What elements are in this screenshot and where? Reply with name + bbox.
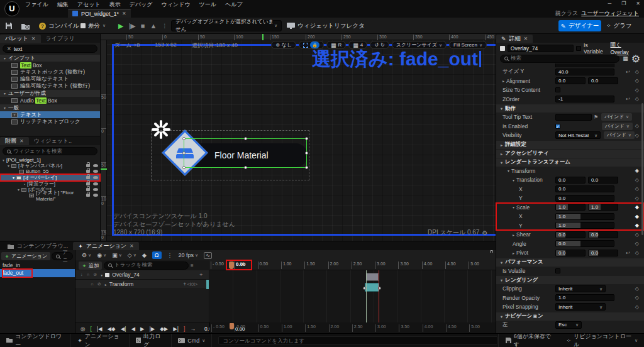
menu-edit[interactable]: 編集 (57, 1, 69, 9)
palette-section-common[interactable]: ▾ 一般 (0, 104, 100, 111)
tab-palette[interactable]: パレット ✕ (0, 35, 41, 43)
reset-icon[interactable]: ↩ (626, 96, 630, 102)
track-row-transform[interactable]: ∩ ⊘ ▸ Transform ◁◇▷ ＋ (75, 280, 209, 289)
pivot-x-input[interactable]: 0.0 (555, 250, 586, 256)
selection-lock-group[interactable]: 🔒 (299, 41, 324, 49)
add-track-button[interactable]: ＋ 追加 (79, 262, 102, 270)
animation-drawer-button[interactable]: ✦ アニメーション (71, 334, 130, 347)
range-end-bracket[interactable]: ] (184, 326, 185, 332)
play-options-icon[interactable]: ⋮ (162, 23, 167, 29)
tab-widget[interactable]: ウィジェット.. (29, 137, 77, 145)
section-advanced[interactable]: ▸詳細設定 (496, 141, 644, 149)
keyframe-icon[interactable]: ◇ (635, 78, 639, 84)
close-icon[interactable]: ✕ (19, 138, 24, 144)
keyframe-icon[interactable]: ◈ (635, 168, 639, 174)
tooltip-input[interactable] (555, 114, 592, 121)
add-animation-button[interactable]: ＋ アニメーション (1, 252, 50, 260)
range-start-bracket[interactable]: [ (90, 326, 91, 332)
translation-y-input[interactable]: 0.0 (588, 177, 618, 184)
palette-item-textbox[interactable]: Text Box (0, 62, 100, 69)
browse-content-button[interactable] (21, 18, 30, 34)
close-icon[interactable]: ✕ (524, 36, 528, 41)
palette-section-input[interactable]: ▾ インプット (0, 55, 100, 62)
scale-x-input[interactable]: 1.0 (555, 204, 586, 211)
designer-mode-button[interactable]: ✎ デザイナー (558, 20, 601, 31)
rotate-left-icon[interactable]: ↺ (374, 42, 379, 48)
expander-icon[interactable]: ▾ (8, 163, 9, 168)
size-to-content-checkbox[interactable] (555, 87, 560, 92)
reset-icon[interactable]: ↩ (626, 250, 630, 256)
tree-row-text[interactable]: T [テキスト] "Floor Material" (0, 192, 100, 198)
keyframe-icon[interactable]: ◇ (635, 177, 639, 183)
resize-handle[interactable] (182, 151, 186, 155)
resize-handle[interactable] (244, 137, 247, 140)
tooltip-bind-button[interactable]: バインド∨ (601, 113, 632, 121)
step-forward-button[interactable]: |▶ (149, 326, 155, 332)
menu-file[interactable]: ファイル (25, 1, 48, 9)
palette-item-audio-textbox[interactable]: Audio Text Box (0, 97, 100, 104)
keyframe-icon[interactable]: ◇ (635, 304, 639, 310)
grid-snap-button[interactable]: ▦ 4 (348, 41, 367, 49)
nav-left-dropdown[interactable]: Esc∨ (555, 321, 582, 329)
dpi-scale[interactable]: DPI スケール 0.67 ⚙ (428, 228, 487, 237)
is-enabled-checkbox[interactable]: ✓ (555, 124, 560, 129)
unsaved-button[interactable]: 6個が未保存です (498, 334, 560, 347)
maximize-button[interactable]: ❐ (621, 1, 626, 6)
transform-section-bar[interactable] (365, 283, 379, 292)
palette-item-text[interactable]: T テキスト (0, 111, 100, 118)
eye-icon[interactable] (93, 176, 98, 179)
prev-key-button[interactable]: ◀◆ (108, 326, 116, 332)
asset-tab[interactable]: POI_widget_1* ✕ (68, 9, 131, 18)
palette-item-multiline[interactable]: テキストボックス (複数行) (0, 69, 100, 75)
section-navigation[interactable]: ▾ナビゲーション (496, 312, 644, 321)
enabled-bind-button[interactable]: バインド∨ (602, 123, 633, 130)
play-button[interactable]: ▶ (140, 326, 145, 332)
keyframe-nav-icons[interactable]: ◁◇▷ (187, 282, 197, 287)
tab-library[interactable]: ライブラリ (41, 35, 80, 43)
animation-item-fade-out[interactable]: fade_out (0, 269, 75, 277)
resize-handle[interactable] (182, 137, 186, 140)
size-y-input[interactable]: 40.0 (555, 69, 614, 75)
lock-icon[interactable] (86, 182, 90, 185)
close-icon[interactable]: ✕ (130, 243, 134, 249)
expander-icon[interactable]: ▾ (13, 175, 14, 180)
translation-x-field[interactable]: 0.0 (555, 185, 614, 192)
playback-mode-icon[interactable]: → (190, 326, 196, 332)
menu-asset[interactable]: アセット (77, 1, 101, 9)
palette-item-editable-text-multi[interactable]: 編集可能なテキスト (複数行) (0, 82, 100, 89)
timeline-range-bar[interactable]: 0.00 - 0.500.000.501.001.502.002.503.003… (209, 322, 496, 334)
keyframe-icon[interactable]: ◇ (635, 250, 639, 256)
section-rendering[interactable]: ▾レンダリング (496, 276, 644, 284)
debug-object-dropdown[interactable]: デバッグオブジェクトが選択されていません ∨ (171, 20, 282, 31)
designer-viewport[interactable]: 50050100150200250300350400450 5005010015… (101, 34, 496, 241)
menu-window[interactable]: ウィンドウ (162, 1, 191, 9)
rotate-right-icon[interactable]: ↻ (380, 42, 385, 48)
fps-dropdown[interactable]: 20 fps∨ (179, 252, 199, 258)
section-render-transform[interactable]: ▾レンダートランスフォーム (496, 158, 644, 167)
tree-row-canvas[interactable]: ▾ [キャンバスパネル] (0, 163, 100, 168)
eye-icon[interactable] (93, 188, 98, 191)
info-icon[interactable]: ◎ (80, 326, 85, 332)
resize-handle[interactable] (305, 151, 308, 155)
close-icon[interactable]: ✕ (31, 36, 36, 41)
gear-icon[interactable]: ⚙ (631, 53, 640, 65)
eye-icon[interactable] (93, 194, 98, 197)
jump-end-button[interactable]: ▶| (173, 326, 179, 332)
scale-x-field[interactable]: 1.0 (555, 213, 614, 220)
palette-search-input[interactable]: ✕ text (3, 45, 97, 53)
widget-reflector-button[interactable]: ウィジェットリフレクタ (287, 18, 365, 34)
section-behavior[interactable]: ▾動作 (496, 104, 644, 113)
resize-handle[interactable] (244, 166, 247, 169)
step-back-button[interactable]: ◀| (121, 326, 126, 332)
rotation-buttons[interactable]: ↺ ↻ (370, 41, 389, 49)
frame-skip-button[interactable]: |▶ (128, 22, 135, 30)
snap-toggle-button[interactable]: Ω (152, 251, 162, 259)
keyframe-icon[interactable]: ◇ (635, 123, 639, 129)
eye-icon[interactable] (93, 170, 98, 173)
animation-search-input[interactable]: アニ (52, 252, 73, 260)
close-button[interactable]: ✕ (636, 1, 640, 6)
is-volatile-checkbox[interactable] (555, 268, 560, 273)
keyframe-icon[interactable]: ◇ (635, 133, 639, 138)
keyframe-icon[interactable]: ◆ (635, 204, 639, 210)
timeline-track-area[interactable] (209, 270, 496, 322)
